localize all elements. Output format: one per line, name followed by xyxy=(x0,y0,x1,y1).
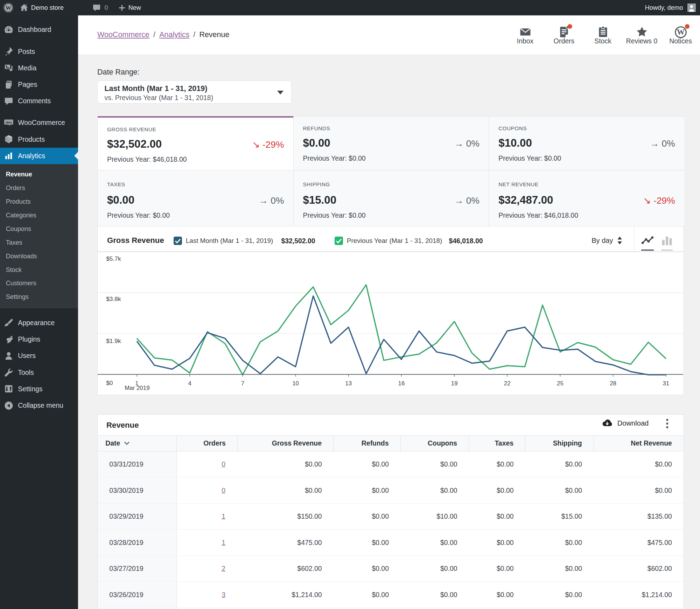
svg-text:W: W xyxy=(677,28,685,36)
svg-text:W: W xyxy=(5,5,11,11)
svg-text:Woo: Woo xyxy=(6,121,12,124)
